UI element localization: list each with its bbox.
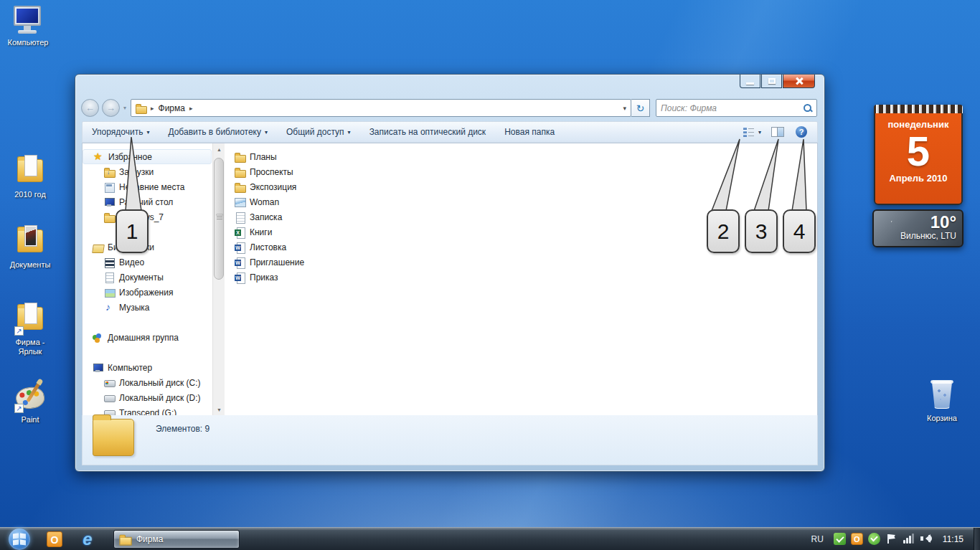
network-signal-icon[interactable] xyxy=(903,533,915,545)
weather-location: Вильнюс, LTU xyxy=(874,231,956,241)
search-icon[interactable] xyxy=(803,103,812,113)
chevron-down-icon: ▾ xyxy=(146,129,149,136)
file-item-folder[interactable]: Планы xyxy=(235,149,817,164)
file-item-folder[interactable]: Проспекты xyxy=(235,164,817,179)
nav-item-homegroup[interactable]: Домашняя группа xyxy=(83,330,225,345)
maximize-icon xyxy=(768,78,776,84)
folder-shortcut-icon: ↗ xyxy=(13,304,47,336)
add-to-library-button[interactable]: Добавить в библиотеку▾ xyxy=(159,122,277,142)
nav-item-disk-c[interactable]: Локальный диск (C:) xyxy=(83,375,225,390)
nav-item-libraries[interactable]: Библиотеки xyxy=(83,240,225,255)
organize-button[interactable]: Упорядочить▾ xyxy=(83,122,159,142)
refresh-button[interactable]: ↻ xyxy=(631,99,650,117)
tray-outlook-icon[interactable]: O xyxy=(851,533,863,545)
nav-item-recent-places[interactable]: Недавние места xyxy=(83,179,225,194)
libraries-icon xyxy=(93,242,103,252)
paint-palette-icon: ↗ xyxy=(13,381,47,413)
desktop-icon-documents-folder[interactable]: Документы xyxy=(4,227,57,270)
desktop-icon-recycle-bin[interactable]: Корзина xyxy=(915,380,969,423)
burn-disc-button[interactable]: Записать на оптический диск xyxy=(360,122,496,142)
taskbar-pinned-outlook[interactable]: O xyxy=(46,531,63,548)
forward-button[interactable]: → xyxy=(102,99,120,117)
address-bar[interactable]: ▸ Фирма ▸ ▾ xyxy=(131,99,631,117)
taskbar-clock[interactable]: 11:15 xyxy=(943,534,963,544)
tray-app-icon[interactable] xyxy=(834,533,846,545)
scrollbar-thumb[interactable] xyxy=(214,158,224,280)
file-item-word[interactable]: WПриглашение xyxy=(235,255,817,270)
desktop-icon-computer[interactable]: Компьютер xyxy=(1,4,55,47)
file-item-image[interactable]: Woman xyxy=(235,194,817,209)
desktop-icon-paint[interactable]: ↗ Paint xyxy=(4,381,57,425)
recent-pages-dropdown[interactable]: ▾ xyxy=(123,105,126,111)
desktop-icon-2010-folder[interactable]: 2010 год xyxy=(4,156,57,199)
desktop-icon-firm-shortcut[interactable]: ↗ Фирма - Ярлык xyxy=(4,304,57,356)
nav-item-pictures[interactable]: Изображения xyxy=(83,285,225,300)
navigation-bar: ← → ▾ ▸ Фирма ▸ ▾ ↻ xyxy=(81,99,817,117)
maximize-button[interactable] xyxy=(761,75,782,88)
callout-2: 2 xyxy=(707,209,740,253)
nav-item-computer[interactable]: Компьютер xyxy=(83,360,225,375)
search-box[interactable] xyxy=(656,99,817,117)
folder-icon xyxy=(93,419,134,456)
nav-item-desktop[interactable]: Рабочий стол xyxy=(83,194,225,209)
folder-icon xyxy=(104,212,115,222)
start-button[interactable] xyxy=(9,528,30,550)
desktop-icon-label: Paint xyxy=(4,415,57,425)
breadcrumb-chevron[interactable]: ▸ xyxy=(189,105,193,112)
shortcut-arrow-icon: ↗ xyxy=(14,404,24,413)
breadcrumb[interactable]: Фирма xyxy=(159,103,185,113)
desktop-icon-label: 2010 год xyxy=(4,190,57,199)
refresh-icon: ↻ xyxy=(636,103,645,114)
share-button[interactable]: Общий доступ▾ xyxy=(277,122,360,142)
recent-places-icon xyxy=(104,182,115,192)
calendar-gadget[interactable]: понедельник 5 Апрель 2010 xyxy=(874,105,963,205)
minimize-button[interactable] xyxy=(740,75,760,88)
new-folder-button[interactable]: Новая папка xyxy=(495,122,564,142)
callout-3: 3 xyxy=(745,209,778,253)
system-tray: RU O 11:15 xyxy=(811,528,980,550)
change-view-dropdown-icon[interactable]: ▾ xyxy=(758,129,761,136)
calendar-spiral xyxy=(874,105,963,113)
nav-item-favorites[interactable]: Избранное xyxy=(83,149,212,164)
close-button[interactable] xyxy=(783,75,815,88)
taskbar: O e Фирма RU O 11:15 xyxy=(0,527,980,550)
volume-icon[interactable] xyxy=(920,533,932,545)
nav-item-downloads[interactable]: ↓Загрузки xyxy=(83,164,225,179)
navigation-pane: Избранное ↓Загрузки Недавние места Рабоч… xyxy=(83,143,225,416)
search-input[interactable] xyxy=(661,103,803,113)
nav-pane-scrollbar[interactable]: ▲ ▼ xyxy=(212,143,225,416)
items-count-status: Элементов: 9 xyxy=(156,424,209,434)
disk-drive-icon xyxy=(104,378,115,388)
change-view-icon[interactable] xyxy=(743,127,754,137)
show-desktop-button[interactable] xyxy=(974,528,980,550)
address-dropdown-icon[interactable]: ▾ xyxy=(623,105,626,112)
action-center-flag-icon[interactable] xyxy=(885,533,897,545)
taskbar-app-firma[interactable]: Фирма xyxy=(113,530,240,549)
folder-icon xyxy=(136,103,146,113)
scroll-down-icon[interactable]: ▼ xyxy=(213,404,225,416)
language-indicator[interactable]: RU xyxy=(811,534,824,544)
calendar-day: 5 xyxy=(875,130,961,173)
weather-gadget[interactable]: 10° Вильнюс, LTU xyxy=(872,209,963,247)
document-icon xyxy=(104,272,115,283)
tray-security-icon[interactable] xyxy=(868,533,880,545)
folder-icon xyxy=(119,534,131,544)
nav-item-documents[interactable]: Документы xyxy=(83,270,225,285)
taskbar-pinned-ie[interactable]: e xyxy=(79,531,96,548)
calendar-month-year: Апрель 2010 xyxy=(875,173,961,184)
nav-item-disk-d[interactable]: Локальный диск (D:) xyxy=(83,390,225,405)
back-button[interactable]: ← xyxy=(81,99,99,117)
preview-pane-icon[interactable] xyxy=(771,127,784,137)
help-icon[interactable]: ? xyxy=(796,126,807,138)
minimize-icon xyxy=(746,82,754,85)
file-item-word[interactable]: WПриказ xyxy=(235,270,817,285)
nav-item-music[interactable]: Музыка xyxy=(83,300,225,315)
close-icon xyxy=(795,77,804,85)
callout-4: 4 xyxy=(783,209,816,253)
folder-icon xyxy=(235,167,245,177)
nav-item-windows7[interactable]: Windows_7 xyxy=(83,209,225,224)
scroll-up-icon[interactable]: ▲ xyxy=(213,143,225,156)
file-item-folder[interactable]: Экспозиция xyxy=(235,179,817,194)
outlook-icon: O xyxy=(47,531,62,547)
nav-item-videos[interactable]: Видео xyxy=(83,255,225,270)
